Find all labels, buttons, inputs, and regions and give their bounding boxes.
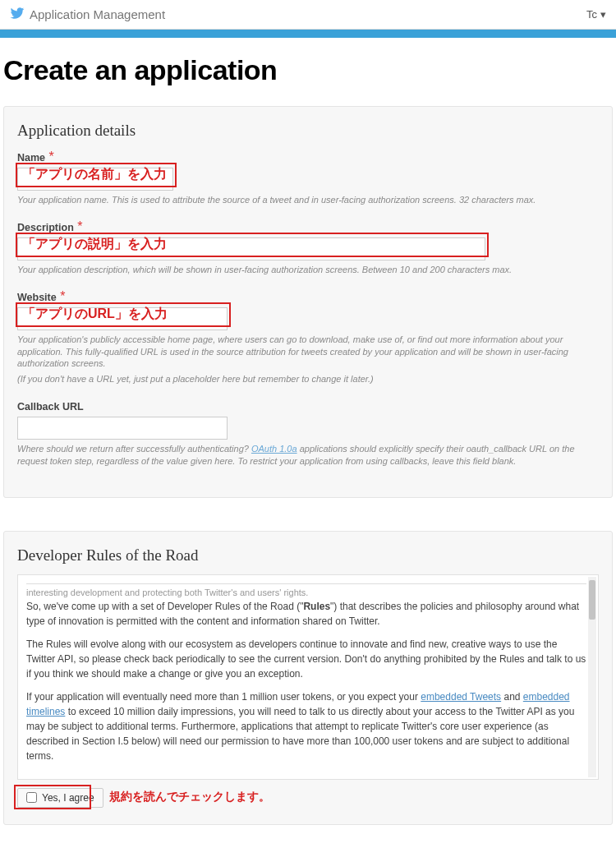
website-help-1: Your application's publicly accessible h…	[17, 334, 599, 371]
required-marker: *	[77, 219, 82, 233]
name-field-row: Name * 「アプリの名前」を入力 Your application name…	[17, 150, 599, 206]
blue-divider-bar	[0, 30, 616, 38]
rules-scroll-area[interactable]: interesting development and protecting b…	[17, 574, 599, 780]
rules-scroll-thumb[interactable]	[589, 580, 595, 620]
tc-label: Tc	[586, 8, 597, 21]
required-marker: *	[60, 289, 65, 303]
callback-help-pre: Where should we return after successfull…	[17, 444, 251, 454]
app-details-heading: Application details	[17, 122, 599, 140]
agree-button[interactable]: Yes, I agree	[17, 788, 103, 808]
name-label: Name	[17, 152, 45, 164]
cut-line	[26, 583, 586, 584]
agree-label: Yes, I agree	[42, 792, 94, 804]
description-help: Your application description, which will…	[17, 264, 599, 276]
description-field-row: Description * 「アプリの説明」を入力 Your applicati…	[17, 219, 599, 276]
name-help: Your application name. This is used to a…	[17, 194, 599, 206]
callback-field-row: Callback URL Where should we return afte…	[17, 399, 599, 468]
oauth-link[interactable]: OAuth 1.0a	[251, 444, 297, 454]
rules-truncated-line: interesting development and protecting b…	[26, 586, 586, 600]
website-field-row: Website * 「アプリのURL」を入力 Your application'…	[17, 289, 599, 385]
website-label: Website	[17, 292, 57, 303]
chevron-down-icon: ▾	[600, 8, 606, 21]
rules-p1-bold: Rules	[303, 601, 330, 612]
website-help-2: (If you don't have a URL yet, just put a…	[17, 373, 599, 385]
page-title: Create an application	[0, 38, 616, 106]
rules-scrollbar[interactable]	[588, 577, 596, 777]
callback-input[interactable]	[17, 417, 228, 440]
topbar: Application Management Tc ▾	[0, 0, 616, 30]
topbar-left: Application Management	[10, 6, 165, 23]
website-input[interactable]	[17, 307, 228, 330]
rules-paragraph-intro: So, we've come up with a set of Develope…	[26, 599, 586, 629]
application-details-panel: Application details Name * 「アプリの名前」を入力 Y…	[3, 106, 613, 498]
description-input[interactable]	[17, 237, 485, 260]
embedded-tweets-link[interactable]: embedded Tweets	[421, 691, 501, 703]
rules-p3-and: and	[501, 691, 523, 703]
rules-paragraph-limits: If your application will eventually need…	[26, 689, 586, 763]
agree-row: Yes, I agree 規約を読んでチェックします。	[17, 788, 599, 808]
rules-paragraph-evolve: The Rules will evolve along with our eco…	[26, 637, 586, 681]
description-label: Description	[17, 222, 74, 233]
annotation-text-agree: 規約を読んでチェックします。	[109, 790, 270, 804]
twitter-bird-icon	[10, 6, 25, 23]
agree-checkbox[interactable]	[26, 792, 37, 803]
rules-heading: Developer Rules of the Road	[17, 546, 599, 565]
app-management-title: Application Management	[30, 7, 165, 21]
rules-p3-pre: If your application will eventually need…	[26, 691, 421, 703]
rules-p1-pre: So, we've come up with a set of Develope…	[26, 601, 303, 612]
callback-label: Callback URL	[17, 401, 84, 412]
rules-p3-post: to exceed 10 million daily impressions, …	[26, 706, 574, 762]
name-input[interactable]	[17, 168, 173, 191]
topbar-right-menu[interactable]: Tc ▾	[586, 8, 606, 21]
required-marker: *	[49, 150, 54, 164]
developer-rules-panel: Developer Rules of the Road interesting …	[3, 531, 613, 825]
callback-help: Where should we return after successfull…	[17, 443, 599, 468]
